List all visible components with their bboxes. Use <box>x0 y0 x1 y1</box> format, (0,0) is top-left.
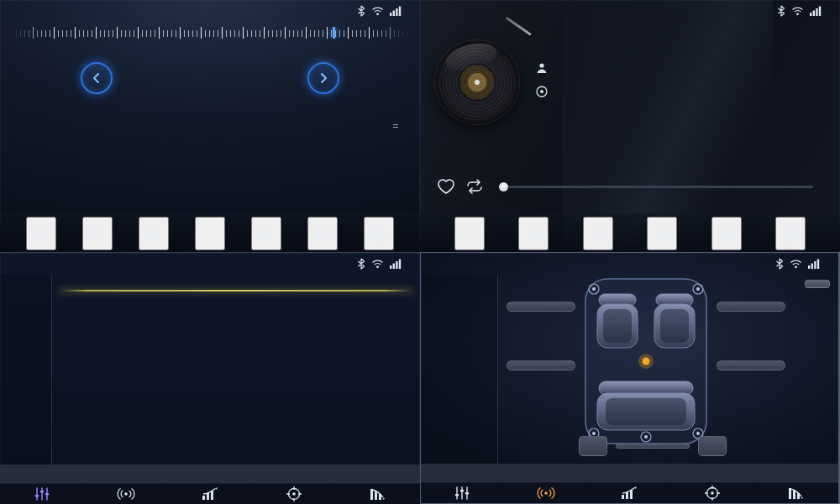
radio-toolbar <box>0 213 420 252</box>
signal-icon <box>390 259 402 269</box>
tab-bass-boost[interactable] <box>588 483 671 503</box>
equalizer-screen <box>0 252 420 504</box>
decrease-delay-button[interactable] <box>698 436 727 456</box>
delay-rear-right[interactable] <box>717 360 785 370</box>
favorite-button[interactable] <box>437 178 455 195</box>
tab-icons <box>0 483 420 504</box>
repeat-icon <box>465 179 484 194</box>
artist-icon <box>536 62 548 74</box>
bass-boost-icon <box>621 486 638 500</box>
seek-bar[interactable] <box>504 186 813 188</box>
tab-balance[interactable] <box>671 483 754 503</box>
next-button[interactable] <box>251 217 281 250</box>
sound-profile-button[interactable] <box>805 280 830 288</box>
band-button[interactable] <box>195 217 225 250</box>
tab-surround[interactable] <box>84 484 168 504</box>
previous-icon <box>146 227 161 240</box>
scan-icon <box>34 226 49 241</box>
tab-surround[interactable] <box>504 483 587 503</box>
tab-eq[interactable] <box>0 484 84 504</box>
tab-filter[interactable] <box>755 483 838 503</box>
wifi-icon <box>371 259 384 269</box>
bluetooth-icon <box>357 5 365 17</box>
next-icon <box>654 227 669 240</box>
listening-point <box>643 358 650 365</box>
delay-front-right[interactable] <box>717 302 785 312</box>
album-row <box>536 86 554 97</box>
increase-delay-button[interactable] <box>579 436 607 456</box>
tune-down-button[interactable] <box>81 62 113 94</box>
statusbar <box>421 253 838 275</box>
chevron-left-icon <box>92 72 102 84</box>
bluetooth-icon <box>775 258 784 270</box>
player-toolbar <box>420 213 840 252</box>
radio-screen <box>0 0 420 252</box>
next-track-button[interactable] <box>647 217 677 250</box>
settings-button[interactable] <box>775 217 806 250</box>
eq-sliders-icon <box>34 487 50 501</box>
sound-settings-tabbar <box>421 464 838 503</box>
pause-button[interactable] <box>583 217 613 250</box>
tab-eq[interactable] <box>421 483 504 503</box>
seek-knob[interactable] <box>499 182 508 192</box>
frequency-ruler[interactable] <box>12 27 408 39</box>
eq-sliders-icon <box>454 486 470 500</box>
balance-icon <box>286 486 302 501</box>
settings-button[interactable] <box>364 217 394 250</box>
front-right-seat <box>654 294 695 348</box>
equalizer-button[interactable] <box>711 217 742 250</box>
wifi-icon <box>371 6 384 16</box>
surround-screen <box>420 252 840 504</box>
frequency-pointer <box>333 27 335 39</box>
eq-response-curve <box>59 290 413 291</box>
playback-controls <box>437 178 823 195</box>
tab-balance[interactable] <box>252 484 336 504</box>
tab-bass-boost[interactable] <box>168 484 252 504</box>
previous-button[interactable] <box>139 217 169 250</box>
rear-bench-seat <box>597 381 695 430</box>
sound-settings-tabbar <box>0 465 420 504</box>
bass-boost-icon <box>202 487 218 501</box>
car-cabin-view <box>580 276 711 447</box>
statusbar <box>0 253 420 275</box>
antenna-icon <box>89 226 106 241</box>
tab-filter[interactable] <box>336 484 420 504</box>
bluetooth-icon <box>777 5 785 17</box>
broadcast-button[interactable] <box>82 217 113 250</box>
rds-badge <box>393 124 398 128</box>
vinyl-spindle <box>475 80 480 85</box>
playlist-button[interactable] <box>454 217 485 250</box>
delay-adjust-value <box>616 444 690 449</box>
audio-settings-button[interactable] <box>307 217 338 250</box>
gear-icon <box>782 225 799 242</box>
filter-icon <box>370 487 386 501</box>
tab-icons <box>421 482 838 503</box>
faders-icon <box>719 227 734 240</box>
tab-labels <box>0 465 420 483</box>
signal-icon <box>810 6 822 16</box>
tab-labels <box>421 464 838 482</box>
filter-icon <box>788 486 805 500</box>
playlist-icon <box>462 228 477 239</box>
disc-icon <box>536 86 548 97</box>
statusbar <box>420 0 840 22</box>
statusbar <box>0 0 420 22</box>
scan-button[interactable] <box>26 217 56 250</box>
delay-rear-left[interactable] <box>507 360 575 370</box>
pause-icon <box>593 227 603 240</box>
delay-adjuster <box>579 436 727 456</box>
previous-icon <box>526 227 541 240</box>
surround-icon <box>537 486 555 500</box>
wifi-icon <box>790 259 802 269</box>
tune-up-button[interactable] <box>307 62 339 94</box>
audio-visualizer-reflection <box>638 137 830 162</box>
artist-row <box>536 62 554 74</box>
eq-preset-list <box>0 275 52 465</box>
previous-track-button[interactable] <box>518 217 549 250</box>
signal-icon <box>808 259 820 269</box>
ruler-major-ticks <box>12 27 408 39</box>
heart-icon <box>437 178 455 195</box>
delay-front-left[interactable] <box>507 302 575 312</box>
repeat-button[interactable] <box>465 179 484 194</box>
surround-icon <box>117 487 135 501</box>
